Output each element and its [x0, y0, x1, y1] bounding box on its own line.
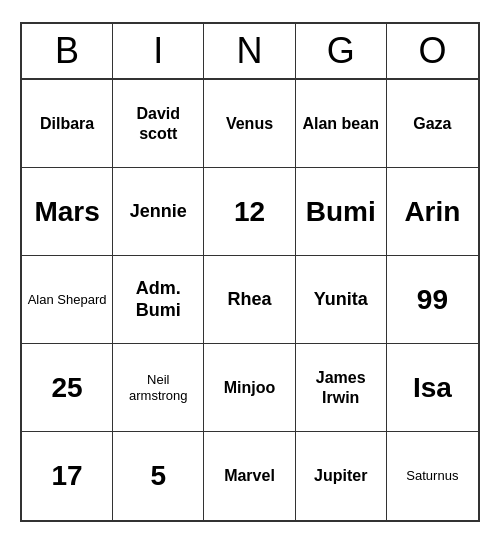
- cell-2-4: 99: [387, 256, 478, 344]
- cell-0-1: David scott: [113, 80, 204, 168]
- cell-1-2: 12: [204, 168, 295, 256]
- cell-2-3: Yunita: [296, 256, 387, 344]
- cell-2-2: Rhea: [204, 256, 295, 344]
- bingo-grid: DilbaraDavid scottVenusAlan beanGazaMars…: [22, 80, 478, 520]
- bingo-header: BINGO: [22, 24, 478, 80]
- cell-2-1: Adm. Bumi: [113, 256, 204, 344]
- cell-0-3: Alan bean: [296, 80, 387, 168]
- cell-3-3: James Irwin: [296, 344, 387, 432]
- cell-0-2: Venus: [204, 80, 295, 168]
- cell-4-2: Marvel: [204, 432, 295, 520]
- cell-3-2: Minjoo: [204, 344, 295, 432]
- cell-1-0: Mars: [22, 168, 113, 256]
- cell-4-4: Saturnus: [387, 432, 478, 520]
- cell-2-0: Alan Shepard: [22, 256, 113, 344]
- cell-1-3: Bumi: [296, 168, 387, 256]
- header-letter: G: [296, 24, 387, 78]
- cell-3-1: Neil armstrong: [113, 344, 204, 432]
- cell-3-4: Isa: [387, 344, 478, 432]
- header-letter: B: [22, 24, 113, 78]
- cell-4-3: Jupiter: [296, 432, 387, 520]
- bingo-card: BINGO DilbaraDavid scottVenusAlan beanGa…: [20, 22, 480, 522]
- cell-4-1: 5: [113, 432, 204, 520]
- header-letter: N: [204, 24, 295, 78]
- header-letter: O: [387, 24, 478, 78]
- cell-0-4: Gaza: [387, 80, 478, 168]
- cell-0-0: Dilbara: [22, 80, 113, 168]
- cell-3-0: 25: [22, 344, 113, 432]
- cell-1-1: Jennie: [113, 168, 204, 256]
- header-letter: I: [113, 24, 204, 78]
- cell-1-4: Arin: [387, 168, 478, 256]
- cell-4-0: 17: [22, 432, 113, 520]
